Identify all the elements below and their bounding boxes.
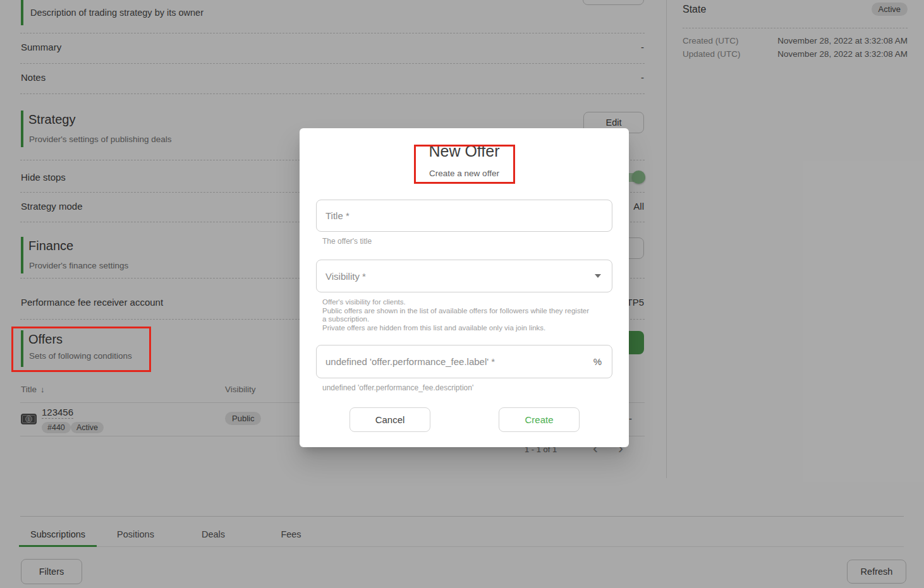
- visibility-helper-text: Offer's visibility for clients. Public o…: [322, 298, 590, 332]
- performance-fee-field: %: [316, 345, 612, 378]
- visibility-select[interactable]: Visibility *: [316, 260, 612, 292]
- visibility-select-placeholder: Visibility *: [317, 271, 595, 282]
- offer-title-input[interactable]: [317, 200, 612, 231]
- annotation-box-modal-title: [414, 145, 515, 184]
- chevron-down-icon: [595, 274, 601, 278]
- percent-suffix: %: [593, 356, 612, 367]
- create-button[interactable]: Create: [499, 407, 580, 432]
- strategy-details-page: Description of trading strategy by its o…: [0, 0, 924, 588]
- cancel-button[interactable]: Cancel: [350, 407, 430, 432]
- annotation-box-offers: [11, 327, 151, 372]
- offer-title-field: [316, 200, 612, 232]
- title-helper-text: The offer's title: [322, 237, 372, 246]
- fee-helper-text: undefined 'offer.performance_fee.descrip…: [322, 383, 473, 392]
- performance-fee-input[interactable]: [317, 345, 593, 378]
